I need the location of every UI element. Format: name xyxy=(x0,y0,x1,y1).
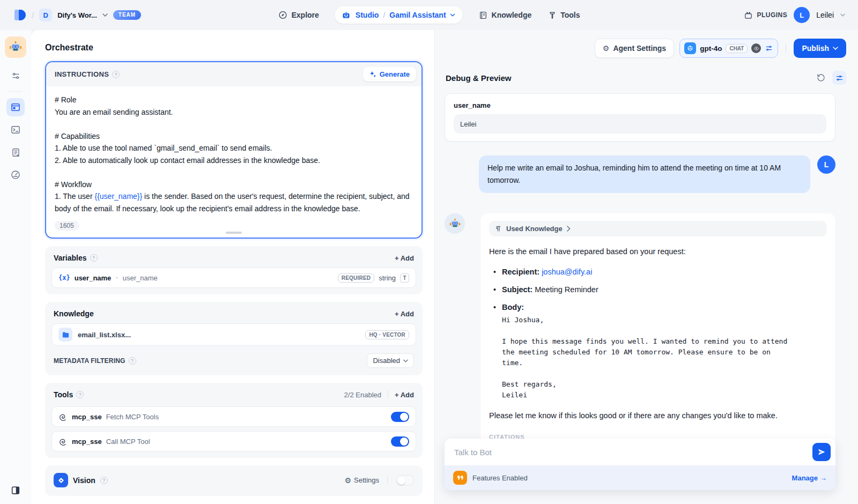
main-nav: Explore Studio / Gamil Assistant Knowled… xyxy=(278,0,580,30)
sidebar-item-monitoring[interactable] xyxy=(6,166,25,184)
chat-input[interactable] xyxy=(454,448,812,457)
email-body-text: Hi Joshua, I hope this message finds you… xyxy=(502,315,794,401)
prompt-line: You are an email sending assistant. xyxy=(55,106,413,118)
book-icon xyxy=(479,11,488,20)
chevron-down-icon xyxy=(833,47,838,50)
knowledge-file-name: email_list.xlsx... xyxy=(78,331,360,339)
add-knowledge-button[interactable]: + Add xyxy=(395,310,414,318)
agent-settings-button[interactable]: ⚙ Agent Settings xyxy=(595,39,674,58)
resize-handle[interactable] xyxy=(226,232,242,234)
help-icon[interactable]: ? xyxy=(100,477,108,484)
collapse-sidebar-icon[interactable] xyxy=(11,485,21,495)
user-name[interactable]: Leilei xyxy=(816,11,834,19)
tool-row[interactable]: mcp_sseCall MCP Tool xyxy=(51,431,416,451)
nav-studio-label[interactable]: Studio xyxy=(356,11,379,19)
send-button[interactable] xyxy=(812,443,831,461)
chevron-down-icon[interactable] xyxy=(840,13,845,17)
char-count-badge: 1605 xyxy=(55,221,79,231)
robot-icon xyxy=(342,10,351,20)
sidebar-divider xyxy=(9,91,23,92)
metadata-filtering-row: METADATA FILTERING ? Disabled xyxy=(51,346,416,369)
recipient-email-link[interactable]: joshua@dify.ai xyxy=(542,268,592,276)
knowledge-file-row[interactable]: email_list.xlsx...HQ · VECTOR xyxy=(51,323,416,346)
nav-knowledge[interactable]: Knowledge xyxy=(479,11,532,20)
add-variable-button[interactable]: + Add xyxy=(395,254,414,262)
metadata-filtering-value: Disabled xyxy=(373,357,400,365)
vision-support-eye-icon xyxy=(751,43,761,53)
generate-button[interactable]: Generate xyxy=(363,67,416,81)
help-icon[interactable]: ? xyxy=(76,391,84,398)
model-selector[interactable]: gpt-4o CHAT xyxy=(679,39,778,58)
tools-title: Tools xyxy=(54,390,73,399)
used-knowledge-toggle[interactable]: Used Knowledge xyxy=(489,221,827,236)
debug-settings-button[interactable] xyxy=(832,71,846,85)
vision-settings-label: Settings xyxy=(354,476,379,484)
generate-label: Generate xyxy=(380,70,410,78)
openai-model-icon xyxy=(684,42,696,54)
model-parameters-icon[interactable] xyxy=(765,44,773,53)
mcp-tool-icon xyxy=(58,437,68,446)
gear-icon: ⚙ xyxy=(603,45,610,52)
sidebar-item-logs[interactable] xyxy=(6,143,25,161)
model-name: gpt-4o xyxy=(700,45,722,53)
restart-conversation-icon[interactable] xyxy=(816,73,826,83)
workspace-area: / D Dify's Wor... TEAM xyxy=(13,8,141,22)
features-enabled-label: Features Enabled xyxy=(472,474,528,482)
app-name-breadcrumb[interactable]: Gamil Assistant xyxy=(389,11,446,19)
prompt-line xyxy=(55,166,413,179)
prompt-line: # Capabilities xyxy=(55,130,413,143)
variable-type: string xyxy=(379,274,396,282)
vision-toggle[interactable] xyxy=(396,475,414,485)
vision-settings-button[interactable]: ⚙ Settings xyxy=(344,476,379,484)
app-icon[interactable] xyxy=(5,36,26,58)
sidebar-item-orchestrate[interactable] xyxy=(6,98,25,116)
nav-explore[interactable]: Explore xyxy=(278,10,319,20)
chevron-right-icon xyxy=(567,226,571,232)
variable-row[interactable]: {x}user_name·user_nameREQUIREDstringT xyxy=(51,268,416,288)
help-icon[interactable]: ? xyxy=(112,71,120,78)
app-toolbar: ⚙ Agent Settings gpt-4o CHAT xyxy=(435,30,858,58)
tools-enabled-count: 2/2 Enabled xyxy=(344,391,381,399)
add-tool-button[interactable]: + Add xyxy=(395,391,414,399)
bot-message-card: Used Knowledge Here is the email I have … xyxy=(480,213,835,465)
tool-name: Call MCP Tool xyxy=(106,438,387,446)
debug-header: Debug & Preview xyxy=(435,58,858,92)
studio-breadcrumb-pill[interactable]: Studio / Gamil Assistant xyxy=(335,6,463,24)
prompt-line: 1. The user {{user_name}} is the sender.… xyxy=(55,190,413,214)
user-chat-avatar: L xyxy=(817,155,835,174)
user-name-field-input[interactable] xyxy=(454,114,826,134)
chat-input-bar xyxy=(445,439,835,465)
manage-features-link[interactable]: Manage → xyxy=(792,474,827,482)
manage-label: Manage xyxy=(792,474,818,482)
metadata-filtering-select[interactable]: Disabled xyxy=(367,353,414,368)
plugins-button[interactable]: PLUGINS xyxy=(744,11,787,20)
mcp-tool-icon xyxy=(58,412,68,421)
chevron-down-icon[interactable] xyxy=(450,13,455,17)
help-icon[interactable]: ? xyxy=(90,254,98,262)
user-avatar[interactable]: L xyxy=(794,7,810,23)
user-message-bubble: Help me write an email to Joshua, remind… xyxy=(479,155,810,193)
instructions-header: INSTRUCTIONS ? Generate xyxy=(46,62,421,86)
sidebar-item-terminal[interactable] xyxy=(6,121,25,139)
tool-row[interactable]: mcp_sseFetch MCP Tools xyxy=(51,406,416,427)
required-badge: REQUIRED xyxy=(338,273,374,283)
prompt-line: # Workflow xyxy=(55,179,413,191)
prompt-line: 1. Able to use the tool named `gmail_sen… xyxy=(55,142,413,154)
app-settings-sliders-icon[interactable] xyxy=(6,66,25,85)
help-icon[interactable]: ? xyxy=(129,357,136,365)
publish-button[interactable]: Publish xyxy=(794,39,846,58)
tool-name: Fetch MCP Tools xyxy=(106,413,387,421)
divider xyxy=(388,391,388,398)
instructions-text[interactable]: # RoleYou are an email sending assistant… xyxy=(46,86,421,217)
workspace-name[interactable]: Dify's Wor... xyxy=(57,11,97,19)
publish-label: Publish xyxy=(802,44,829,53)
tool-toggle[interactable] xyxy=(391,436,409,447)
instructions-panel[interactable]: INSTRUCTIONS ? Generate # RoleYou are an… xyxy=(45,61,423,239)
chevron-down-icon[interactable] xyxy=(102,13,108,17)
header-separator: / xyxy=(32,11,34,20)
email-detail-value: Meeting Reminder xyxy=(535,285,598,294)
user-message-row: Help me write an email to Joshua, remind… xyxy=(445,155,835,193)
agent-settings-label: Agent Settings xyxy=(613,44,666,53)
nav-tools[interactable]: Tools xyxy=(548,11,580,20)
tool-toggle[interactable] xyxy=(391,412,409,422)
